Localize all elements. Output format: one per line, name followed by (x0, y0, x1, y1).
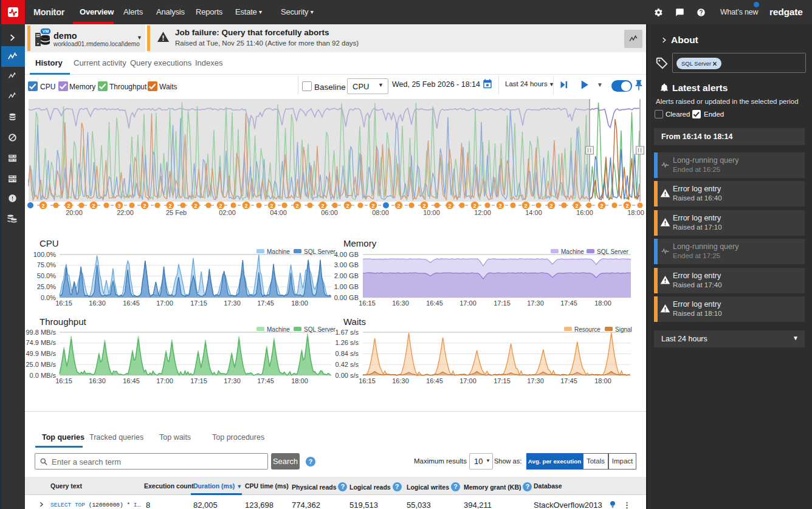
svg-text:16:30: 16:30 (89, 299, 106, 307)
svg-text:18:00: 18:00 (627, 209, 644, 216)
svg-text:16:30: 16:30 (392, 377, 409, 384)
svg-text:16:15: 16:15 (359, 299, 376, 307)
svg-text:2: 2 (397, 203, 400, 209)
svg-text:25 Feb: 25 Feb (166, 209, 187, 216)
svg-text:0.00 GB: 0.00 GB (334, 294, 359, 301)
svg-text:2: 2 (600, 203, 603, 209)
svg-text:2: 2 (67, 203, 70, 209)
svg-text:18:00: 18:00 (594, 377, 611, 384)
svg-text:2: 2 (219, 203, 222, 209)
svg-text:0.84 s/s: 0.84 s/s (335, 350, 359, 357)
svg-text:16:45: 16:45 (426, 377, 443, 384)
svg-text:Machine: Machine (561, 249, 584, 255)
svg-text:2: 2 (448, 203, 451, 209)
svg-text:1.00 GB: 1.00 GB (334, 283, 359, 290)
svg-text:2: 2 (575, 203, 578, 209)
svg-text:2: 2 (244, 203, 247, 209)
svg-text:17:30: 17:30 (527, 299, 544, 307)
svg-text:16:45: 16:45 (123, 377, 140, 384)
svg-text:74.9 MB/s: 74.9 MB/s (26, 339, 56, 346)
svg-text:17:15: 17:15 (190, 299, 207, 307)
svg-text:18:00: 18:00 (594, 299, 611, 307)
svg-text:17:15: 17:15 (494, 377, 511, 384)
svg-text:0.42 s/s: 0.42 s/s (335, 361, 359, 368)
svg-text:49.9 MB/s: 49.9 MB/s (26, 350, 56, 357)
svg-text:16:15: 16:15 (55, 299, 72, 307)
svg-text:25.0%: 25.0% (37, 283, 56, 290)
svg-text:99.8 MB/s: 99.8 MB/s (26, 329, 56, 336)
svg-text:17:45: 17:45 (560, 377, 577, 384)
svg-text:16:30: 16:30 (392, 299, 409, 307)
svg-text:2: 2 (92, 203, 95, 209)
svg-text:2.00 GB: 2.00 GB (334, 272, 359, 279)
svg-text:3: 3 (117, 203, 120, 209)
svg-text:4.00 GB: 4.00 GB (334, 251, 359, 258)
svg-text:2: 2 (422, 203, 425, 209)
svg-text:3.00 GB: 3.00 GB (334, 261, 359, 268)
svg-text:1.26 s/s: 1.26 s/s (335, 339, 359, 346)
svg-text:18:00: 18:00 (291, 377, 308, 384)
svg-text:2: 2 (346, 203, 349, 209)
svg-text:17:15: 17:15 (494, 299, 511, 307)
svg-text:17:15: 17:15 (190, 377, 207, 384)
svg-text:17:30: 17:30 (224, 299, 241, 307)
svg-text:16:45: 16:45 (426, 299, 443, 307)
svg-text:06:00: 06:00 (321, 209, 338, 216)
svg-text:17:00: 17:00 (156, 377, 173, 384)
svg-text:2: 2 (194, 203, 197, 209)
svg-text:0.00 s/s: 0.00 s/s (335, 372, 359, 379)
svg-text:04:00: 04:00 (270, 209, 287, 216)
svg-text:0.0%: 0.0% (41, 294, 56, 301)
svg-text:10:00: 10:00 (423, 209, 440, 216)
svg-text:14:00: 14:00 (525, 209, 542, 216)
svg-text:20:00: 20:00 (66, 209, 83, 216)
svg-text:100.0%: 100.0% (33, 251, 57, 258)
svg-text:0.0 MB/s: 0.0 MB/s (30, 372, 57, 379)
svg-text:16:45: 16:45 (123, 299, 140, 307)
svg-text:2: 2 (168, 203, 171, 209)
svg-text:50.0%: 50.0% (37, 272, 56, 279)
svg-text:17:30: 17:30 (527, 377, 544, 384)
svg-text:SQL Server: SQL Server (597, 249, 629, 255)
svg-text:Machine: Machine (267, 249, 290, 255)
svg-text:Signal: Signal (615, 327, 632, 333)
svg-text:2: 2 (549, 203, 552, 209)
svg-text:2: 2 (524, 203, 527, 209)
svg-text:2: 2 (41, 203, 44, 209)
svg-text:2: 2 (321, 203, 324, 209)
svg-text:16:30: 16:30 (89, 377, 106, 384)
svg-text:2: 2 (270, 203, 273, 209)
svg-text:2: 2 (625, 203, 628, 209)
svg-text:2: 2 (371, 203, 374, 209)
svg-text:02:00: 02:00 (219, 209, 236, 216)
svg-text:08:00: 08:00 (372, 209, 389, 216)
svg-text:2: 2 (143, 203, 146, 209)
svg-text:17:00: 17:00 (156, 299, 173, 307)
svg-text:17:00: 17:00 (459, 377, 477, 384)
svg-text:2: 2 (473, 203, 476, 209)
svg-text:12:00: 12:00 (474, 209, 491, 216)
svg-text:2: 2 (498, 203, 501, 209)
svg-text:Machine: Machine (267, 327, 290, 333)
svg-text:VM: VM (43, 29, 49, 33)
svg-text:18:00: 18:00 (291, 299, 308, 307)
svg-text:17:45: 17:45 (257, 299, 274, 307)
svg-text:17:00: 17:00 (459, 299, 477, 307)
svg-text:16:00: 16:00 (576, 209, 593, 216)
svg-text:17:45: 17:45 (560, 299, 577, 307)
svg-text:22:00: 22:00 (117, 209, 134, 216)
svg-text:Resource: Resource (574, 327, 600, 333)
svg-text:25.0 MB/s: 25.0 MB/s (26, 361, 56, 368)
svg-text:16:15: 16:15 (55, 377, 72, 384)
svg-text:17:45: 17:45 (257, 377, 274, 384)
svg-text:16:15: 16:15 (359, 377, 376, 384)
svg-text:2: 2 (295, 203, 298, 209)
svg-text:17:30: 17:30 (224, 377, 241, 384)
svg-text:75.0%: 75.0% (37, 261, 56, 268)
svg-text:1.67 s/s: 1.67 s/s (335, 329, 359, 336)
